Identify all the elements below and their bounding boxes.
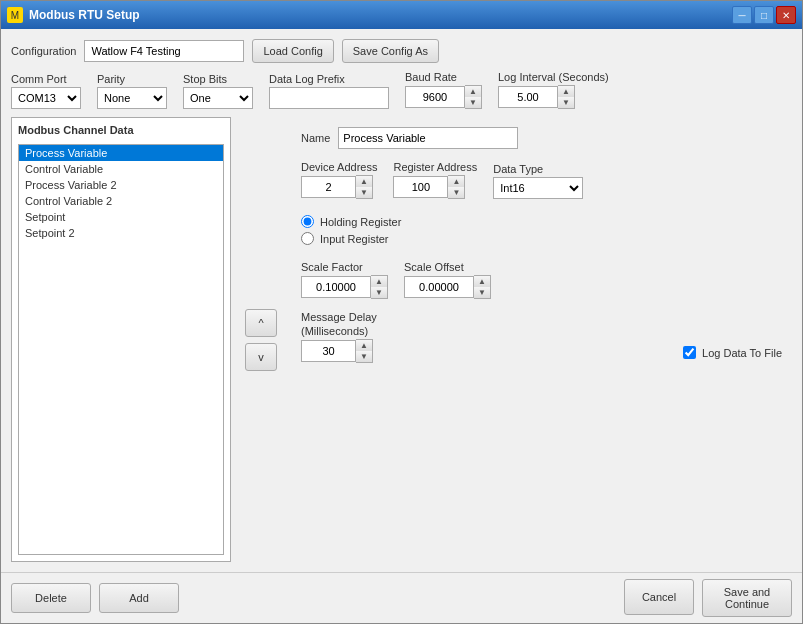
list-item[interactable]: Setpoint — [19, 209, 223, 225]
parity-label: Parity — [97, 73, 167, 85]
data-type-select[interactable]: Int16 Int32 Float UInt16 — [493, 177, 583, 199]
title-bar-controls: ─ □ ✕ — [732, 6, 796, 24]
log-interval-down-button[interactable]: ▼ — [558, 97, 574, 108]
scale-offset-spinner: ▲ ▼ — [404, 275, 491, 299]
stop-bits-select[interactable]: One Two — [183, 87, 253, 109]
list-item[interactable]: Control Variable 2 — [19, 193, 223, 209]
config-name-display: Watlow F4 Testing — [84, 40, 244, 62]
log-interval-input[interactable] — [498, 86, 558, 108]
scale-factor-spinner-btns: ▲ ▼ — [371, 275, 388, 299]
log-data-label: Log Data To File — [702, 347, 782, 359]
add-button[interactable]: Add — [99, 583, 179, 613]
register-address-group: Register Address ▲ ▼ — [393, 161, 477, 199]
register-address-input[interactable] — [393, 176, 448, 198]
scale-offset-input[interactable] — [404, 276, 474, 298]
register-address-down-button[interactable]: ▼ — [448, 187, 464, 198]
scale-offset-up-button[interactable]: ▲ — [474, 276, 490, 287]
device-address-label: Device Address — [301, 161, 377, 173]
device-address-spinner-btns: ▲ ▼ — [356, 175, 373, 199]
message-delay-input[interactable] — [301, 340, 356, 362]
move-up-button[interactable]: ^ — [245, 309, 277, 337]
log-data-row: Log Data To File — [683, 346, 782, 363]
list-item[interactable]: Process Variable 2 — [19, 177, 223, 193]
message-delay-unit: (Milliseconds) — [301, 325, 377, 337]
config-label: Configuration — [11, 45, 76, 57]
fields-row: Comm Port COM13 COM1 COM2 COM3 Parity No… — [11, 71, 792, 109]
minimize-button[interactable]: ─ — [732, 6, 752, 24]
baud-rate-spinner: ▲ ▼ — [405, 85, 482, 109]
message-delay-spinner: ▲ ▼ — [301, 339, 377, 363]
log-interval-spinner: ▲ ▼ — [498, 85, 609, 109]
scale-offset-spinner-btns: ▲ ▼ — [474, 275, 491, 299]
comm-port-label: Comm Port — [11, 73, 81, 85]
baud-rate-input[interactable] — [405, 86, 465, 108]
list-item[interactable]: Process Variable — [19, 145, 223, 161]
holding-register-label: Holding Register — [320, 216, 401, 228]
main-window: M Modbus RTU Setup ─ □ ✕ Configuration W… — [0, 0, 803, 624]
baud-rate-down-button[interactable]: ▼ — [465, 97, 481, 108]
data-type-label: Data Type — [493, 163, 583, 175]
scale-factor-input[interactable] — [301, 276, 371, 298]
restore-button[interactable]: □ — [754, 6, 774, 24]
message-delay-down-button[interactable]: ▼ — [356, 351, 372, 362]
baud-rate-spinner-btns: ▲ ▼ — [465, 85, 482, 109]
save-continue-button[interactable]: Save and Continue — [702, 579, 792, 617]
log-interval-label: Log Interval (Seconds) — [498, 71, 609, 83]
baud-rate-group: Baud Rate ▲ ▼ — [405, 71, 482, 109]
device-address-input[interactable] — [301, 176, 356, 198]
stop-bits-label: Stop Bits — [183, 73, 253, 85]
list-item[interactable]: Control Variable — [19, 161, 223, 177]
parity-select[interactable]: None Even Odd — [97, 87, 167, 109]
delete-button[interactable]: Delete — [11, 583, 91, 613]
log-data-checkbox[interactable] — [683, 346, 696, 359]
input-register-label: Input Register — [320, 233, 388, 245]
holding-register-radio[interactable] — [301, 215, 314, 228]
comm-port-group: Comm Port COM13 COM1 COM2 COM3 — [11, 73, 81, 109]
scale-factor-label: Scale Factor — [301, 261, 388, 273]
channel-panel: Modbus Channel Data Process Variable Con… — [11, 117, 231, 562]
input-register-item: Input Register — [301, 232, 782, 245]
channel-listbox[interactable]: Process Variable Control Variable Proces… — [18, 144, 224, 555]
scale-offset-down-button[interactable]: ▼ — [474, 287, 490, 298]
message-delay-label: Message Delay — [301, 311, 377, 323]
message-delay-up-button[interactable]: ▲ — [356, 340, 372, 351]
close-button[interactable]: ✕ — [776, 6, 796, 24]
scale-row: Scale Factor ▲ ▼ Scale Offset — [301, 261, 782, 299]
name-input[interactable] — [338, 127, 518, 149]
scale-factor-spinner: ▲ ▼ — [301, 275, 388, 299]
baud-rate-up-button[interactable]: ▲ — [465, 86, 481, 97]
device-address-spinner: ▲ ▼ — [301, 175, 377, 199]
scale-factor-up-button[interactable]: ▲ — [371, 276, 387, 287]
load-config-button[interactable]: Load Config — [252, 39, 333, 63]
detail-row-1: Device Address ▲ ▼ Register Address — [301, 161, 782, 199]
register-address-up-button[interactable]: ▲ — [448, 176, 464, 187]
bottom-bar: Delete Add Cancel Save and Continue — [1, 572, 802, 623]
move-buttons: ^ v — [241, 117, 281, 562]
data-log-prefix-group: Data Log Prefix — [269, 73, 389, 109]
scale-offset-label: Scale Offset — [404, 261, 491, 273]
scale-factor-down-button[interactable]: ▼ — [371, 287, 387, 298]
device-address-up-button[interactable]: ▲ — [356, 176, 372, 187]
move-down-button[interactable]: v — [245, 343, 277, 371]
right-panel: Name Device Address ▲ ▼ — [291, 117, 792, 562]
cancel-button[interactable]: Cancel — [624, 579, 694, 615]
list-item[interactable]: Setpoint 2 — [19, 225, 223, 241]
message-delay-spinner-btns: ▲ ▼ — [356, 339, 373, 363]
register-type-group: Holding Register Input Register — [301, 215, 782, 245]
message-delay-group: Message Delay (Milliseconds) ▲ ▼ — [301, 311, 377, 363]
save-config-button[interactable]: Save Config As — [342, 39, 439, 63]
data-log-prefix-input[interactable] — [269, 87, 389, 109]
log-interval-group: Log Interval (Seconds) ▲ ▼ — [498, 71, 609, 109]
log-interval-up-button[interactable]: ▲ — [558, 86, 574, 97]
comm-port-select[interactable]: COM13 COM1 COM2 COM3 — [11, 87, 81, 109]
data-type-group: Data Type Int16 Int32 Float UInt16 — [493, 163, 583, 199]
input-register-radio[interactable] — [301, 232, 314, 245]
title-bar: M Modbus RTU Setup ─ □ ✕ — [1, 1, 802, 29]
register-address-spinner-btns: ▲ ▼ — [448, 175, 465, 199]
holding-register-item: Holding Register — [301, 215, 782, 228]
device-address-down-button[interactable]: ▼ — [356, 187, 372, 198]
scale-offset-group: Scale Offset ▲ ▼ — [404, 261, 491, 299]
main-area: Modbus Channel Data Process Variable Con… — [11, 117, 792, 562]
data-log-prefix-label: Data Log Prefix — [269, 73, 389, 85]
name-label: Name — [301, 132, 330, 144]
